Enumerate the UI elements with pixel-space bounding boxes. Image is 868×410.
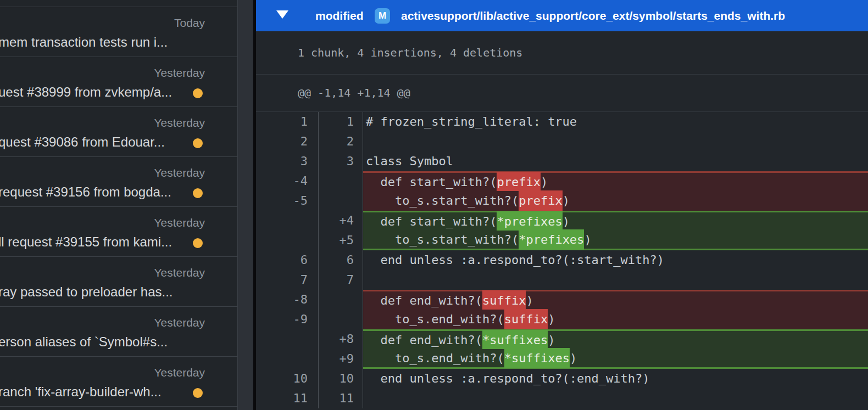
new-line-number: 3 <box>319 151 363 171</box>
code-text: to_s.start_with?(*prefixes) <box>363 231 868 250</box>
new-line-number: +8 <box>319 329 363 349</box>
code-text: def end_with?(*suffixes) <box>363 329 868 349</box>
diff-stats: 1 chunk, 4 insertions, 4 deletions <box>298 31 522 74</box>
commit-date: Yesterday <box>154 66 205 80</box>
intraline-diff-highlight: *suffixes <box>504 348 570 368</box>
commit-row[interactable]: Yesterdayrequest #39156 from bogda... <box>0 157 237 207</box>
old-line-number: 11 <box>256 389 319 408</box>
new-line-number: 10 <box>319 369 363 389</box>
old-line-number: -4 <box>256 171 319 191</box>
commit-date: Yesterday <box>154 266 205 279</box>
new-line-number: +9 <box>319 349 363 369</box>
commit-message: request #39156 from bogda... <box>0 184 171 200</box>
commit-row[interactable]: Yesterdayquest #39086 from Edouar... <box>0 107 237 157</box>
old-line-number <box>256 329 319 349</box>
diff-file-header[interactable]: modified M activesupport/lib/active_supp… <box>256 0 868 31</box>
new-line-number: 1 <box>319 112 363 132</box>
unpushed-dot-icon <box>193 88 203 98</box>
commit-message: ll request #39155 from kami... <box>0 234 172 250</box>
diff-line[interactable]: 1010 end unless :a.respond_to?(:end_with… <box>256 369 868 389</box>
intraline-diff-highlight: prefix <box>497 172 540 192</box>
old-line-number: -8 <box>256 290 319 310</box>
diff-line[interactable]: -5 to_s.start_with?(prefix) <box>256 191 868 211</box>
old-line-number: -9 <box>256 310 319 329</box>
old-line-number: 3 <box>256 151 319 171</box>
commit-message: erson aliases of `Symbol#s... <box>0 334 168 350</box>
diff-line[interactable]: 77 <box>256 270 868 290</box>
new-line-number: 2 <box>319 132 363 151</box>
intraline-diff-highlight: *prefixes <box>497 211 562 232</box>
panel-splitter[interactable] <box>238 0 253 410</box>
old-line-number <box>256 211 319 231</box>
intraline-diff-highlight: suffix <box>504 309 548 329</box>
diff-code-area: 11# frozen_string_literal: true2233class… <box>256 112 868 408</box>
diff-line[interactable]: +5 to_s.start_with?(*prefixes) <box>256 231 868 250</box>
code-text: to_s.start_with?(prefix) <box>363 191 868 211</box>
diff-line[interactable]: -8 def end_with?(suffix) <box>256 290 868 310</box>
diff-line[interactable]: +4 def start_with?(*prefixes) <box>256 211 868 231</box>
new-line-number <box>319 191 363 211</box>
commit-date: Yesterday <box>154 366 205 379</box>
diff-line[interactable]: -4 def start_with?(prefix) <box>256 171 868 191</box>
commit-date: Yesterday <box>154 216 205 229</box>
diff-line[interactable]: +8 def end_with?(*suffixes) <box>256 329 868 349</box>
commit-row[interactable]: Yesterdayray passed to preloader has... <box>0 257 237 307</box>
new-line-number <box>319 310 363 329</box>
diff-line[interactable]: 66 end unless :a.respond_to?(:start_with… <box>256 250 868 270</box>
commit-message: mem transaction tests run i... <box>0 35 168 50</box>
modified-badge: M <box>375 8 390 24</box>
diff-line[interactable]: +9 to_s.end_with?(*suffixes) <box>256 349 868 369</box>
commit-date: Yesterday <box>154 316 205 329</box>
unpushed-dot-icon <box>193 238 203 248</box>
code-text: to_s.end_with?(*suffixes) <box>363 349 868 369</box>
old-line-number: 6 <box>256 250 319 270</box>
old-line-number: 2 <box>256 132 319 151</box>
diff-line[interactable]: 1111 <box>256 389 868 408</box>
collapse-triangle-icon[interactable] <box>276 10 288 19</box>
intraline-diff-highlight: *suffixes <box>482 330 548 350</box>
new-line-number: +4 <box>319 211 363 231</box>
intraline-diff-highlight: suffix <box>482 290 526 311</box>
commit-row[interactable]: Yesterdayuest #38999 from zvkemp/a... <box>0 57 237 107</box>
commit-rows-container: Todaymem transaction tests run i...Yeste… <box>0 7 237 407</box>
commit-row[interactable]: Yesterdayranch 'fix-array-builder-wh... <box>0 357 237 407</box>
diff-line[interactable]: -9 to_s.end_with?(suffix) <box>256 310 868 329</box>
commit-row[interactable]: Yesterdayll request #39155 from kami... <box>0 207 237 257</box>
intraline-diff-highlight: *prefixes <box>519 229 584 250</box>
new-line-number: +5 <box>319 231 363 250</box>
new-line-number: 7 <box>319 270 363 290</box>
unpushed-dot-icon <box>193 388 203 398</box>
commit-message: ray passed to preloader has... <box>0 284 173 300</box>
code-text: def start_with?(*prefixes) <box>363 211 868 231</box>
commit-row[interactable]: Todaymem transaction tests run i... <box>0 7 237 57</box>
commit-message: ranch 'fix-array-builder-wh... <box>0 384 162 400</box>
unpushed-dot-icon <box>193 138 203 148</box>
old-line-number: 10 <box>256 369 319 389</box>
code-text: end unless :a.respond_to?(:start_with?) <box>363 250 868 270</box>
new-line-number <box>319 171 363 191</box>
diff-line[interactable]: 22 <box>256 132 868 151</box>
old-line-number: -5 <box>256 191 319 211</box>
code-text: def end_with?(suffix) <box>363 290 868 310</box>
code-text: def start_with?(prefix) <box>363 171 868 191</box>
file-status-label: modified <box>315 0 364 31</box>
diff-line[interactable]: 11# frozen_string_literal: true <box>256 112 868 132</box>
diff-panel: modified M activesupport/lib/active_supp… <box>256 0 868 410</box>
code-text <box>363 389 868 408</box>
new-line-number: 11 <box>319 389 363 408</box>
new-line-number <box>319 290 363 310</box>
code-text: end unless :a.respond_to?(:end_with?) <box>363 369 868 389</box>
file-path: activesupport/lib/active_support/core_ex… <box>401 0 785 31</box>
code-text: to_s.end_with?(suffix) <box>363 310 868 329</box>
diff-line[interactable]: 33class Symbol <box>256 151 868 171</box>
commit-message: uest #38999 from zvkemp/a... <box>0 85 172 100</box>
commit-row[interactable]: Yesterdayerson aliases of `Symbol#s... <box>0 307 237 357</box>
old-line-number <box>256 231 319 250</box>
old-line-number <box>256 349 319 369</box>
intraline-diff-highlight: prefix <box>519 190 562 211</box>
new-line-number: 6 <box>319 250 363 270</box>
old-line-number: 7 <box>256 270 319 290</box>
chunk-header[interactable]: @@ -1,14 +1,14 @@ <box>298 75 410 111</box>
code-text: class Symbol <box>363 151 868 171</box>
commit-list-sidebar: Todaymem transaction tests run i...Yeste… <box>0 0 238 410</box>
